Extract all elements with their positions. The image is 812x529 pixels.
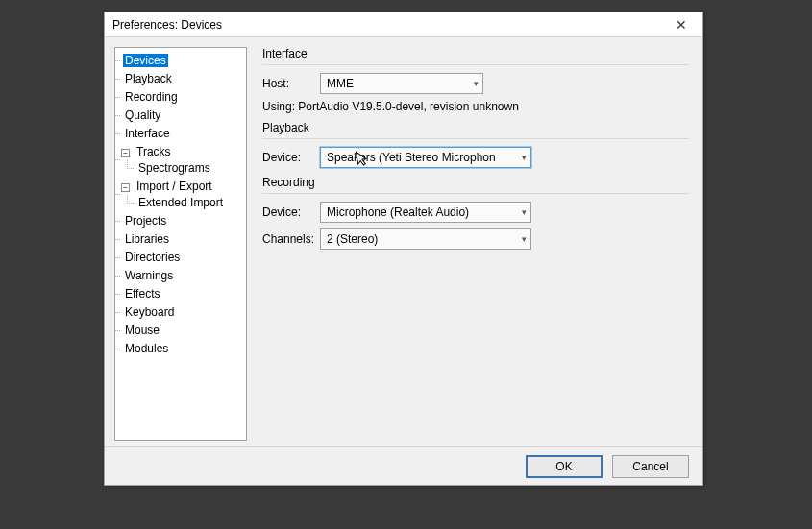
recording-device-label: Device:: [262, 205, 312, 219]
ok-label: OK: [555, 460, 572, 473]
dialog-body: Devices Playback Recording Quality Inter…: [105, 37, 702, 446]
host-label: Host:: [262, 77, 312, 90]
using-text: Using: PortAudio V19.5.0-devel, revision…: [262, 100, 689, 113]
host-dropdown[interactable]: MME ▾: [320, 73, 483, 94]
tree-item-warnings[interactable]: Warnings: [121, 267, 244, 285]
chevron-down-icon: ▾: [522, 207, 527, 217]
window-title: Preferences: Devices: [112, 18, 222, 32]
tree-item-interface[interactable]: Interface: [121, 125, 244, 143]
tree-item-spectrograms[interactable]: Spectrograms: [123, 160, 242, 177]
tree-item-tracks[interactable]: −Tracks Spectrograms: [121, 143, 244, 178]
tree-item-import-export[interactable]: −Import / Export Extended Import: [121, 178, 244, 212]
titlebar: Preferences: Devices ✕: [105, 12, 702, 37]
recording-section-title: Recording: [262, 176, 689, 194]
playback-device-dropdown[interactable]: Speakers (Yeti Stereo Microphon ▾: [320, 147, 531, 168]
interface-section-title: Interface: [262, 47, 689, 65]
minus-icon[interactable]: −: [121, 149, 130, 157]
host-value: MME: [327, 77, 354, 90]
tree-item-modules[interactable]: Modules: [121, 340, 244, 358]
tree-item-playback[interactable]: Playback: [121, 70, 244, 88]
tree-item-mouse[interactable]: Mouse: [121, 322, 244, 340]
channels-label: Channels:: [262, 232, 312, 246]
recording-device-dropdown[interactable]: Microphone (Realtek Audio) ▾: [320, 202, 531, 223]
chevron-down-icon: ▾: [474, 79, 479, 88]
tree-item-keyboard[interactable]: Keyboard: [121, 303, 244, 322]
minus-icon[interactable]: −: [121, 183, 130, 192]
recording-section: Recording Device: Microphone (Realtek Au…: [262, 176, 689, 250]
tree-item-libraries[interactable]: Libraries: [121, 230, 244, 249]
playback-section-title: Playback: [262, 121, 689, 139]
playback-device-value: Speakers (Yeti Stereo Microphon: [327, 151, 496, 164]
channels-dropdown[interactable]: 2 (Stereo) ▾: [320, 228, 531, 250]
tree-item-devices[interactable]: Devices: [121, 52, 244, 70]
close-icon: ✕: [676, 17, 687, 33]
preferences-dialog: Preferences: Devices ✕ Devices Playback …: [104, 12, 703, 486]
cancel-label: Cancel: [632, 460, 668, 473]
playback-section: Playback Device: Speakers (Yeti Stereo M…: [262, 121, 689, 168]
channels-value: 2 (Stereo): [327, 232, 378, 246]
tree-item-recording[interactable]: Recording: [121, 88, 244, 107]
chevron-down-icon: ▾: [522, 153, 527, 162]
chevron-down-icon: ▾: [522, 234, 527, 244]
cancel-button[interactable]: Cancel: [612, 455, 689, 478]
interface-section: Interface Host: MME ▾ Using: PortAudio V…: [262, 47, 689, 113]
content-panel: Interface Host: MME ▾ Using: PortAudio V…: [253, 37, 702, 446]
tree-item-quality[interactable]: Quality: [121, 107, 244, 125]
recording-device-value: Microphone (Realtek Audio): [327, 205, 469, 219]
ok-button[interactable]: OK: [526, 455, 603, 478]
category-tree[interactable]: Devices Playback Recording Quality Inter…: [114, 47, 247, 441]
dialog-footer: OK Cancel: [105, 446, 702, 485]
tree-item-effects[interactable]: Effects: [121, 285, 244, 303]
playback-device-label: Device:: [262, 151, 312, 164]
tree-item-extended-import[interactable]: Extended Import: [123, 195, 242, 211]
close-button[interactable]: ✕: [664, 14, 699, 36]
tree-item-directories[interactable]: Directories: [121, 249, 244, 267]
tree-item-projects[interactable]: Projects: [121, 212, 244, 230]
